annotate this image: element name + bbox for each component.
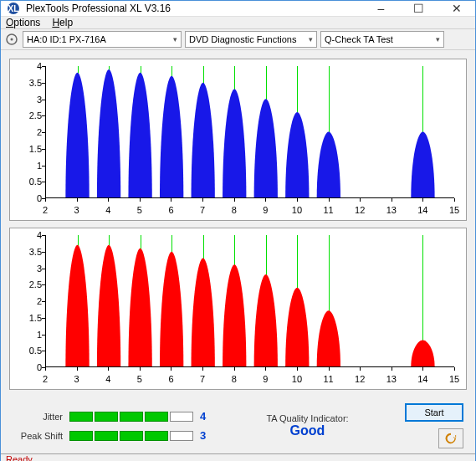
xtick-label: 15 [449,374,459,384]
titlebar[interactable]: XL PlexTools Professional XL V3.16 – ☐ ✕ [1,1,475,17]
peakshift-label: Peak Shift [13,431,63,441]
meter-bar [145,412,168,422]
ytick-label: 2.5 [17,110,42,120]
function-combo-text: DVD Diagnostic Functions [189,34,296,44]
xtick-label: 2 [43,374,48,384]
ytick-label: 3 [17,264,42,274]
meter-bar [170,412,193,422]
chart-bottom: 00.511.522.533.5423456789101112131415 [9,228,467,390]
action-buttons: Start [405,403,463,448]
jitter-row: Jitter 4 [13,410,210,423]
xtick-label: 13 [386,205,397,215]
minimize-button[interactable]: – [362,1,400,16]
ytick-label: 4 [17,230,42,240]
xtick-label: 4 [105,374,110,384]
peakshift-row: Peak Shift 3 [13,429,210,442]
meter-bar [170,431,193,441]
ytick-label: 1 [17,330,42,340]
device-combo-text: HA:0 ID:1 PX-716A [27,34,106,44]
ytick-label: 1 [17,161,42,171]
xtick-label: 11 [323,205,333,215]
ytick-label: 2 [17,127,42,137]
xtick-label: 8 [232,205,237,215]
ytick-label: 0.5 [17,346,42,356]
close-button[interactable]: ✕ [438,1,475,16]
xtick-label: 6 [168,205,173,215]
ytick-label: 1.5 [17,313,42,323]
meter-bar [69,431,93,441]
toolbar: HA:0 ID:1 PX-716A ▾ DVD Diagnostic Funct… [1,29,475,50]
xtick-label: 8 [232,374,237,384]
meter-bar [69,412,93,422]
jitter-bars [69,412,193,422]
xtick-label: 13 [386,374,397,384]
xtick-label: 5 [137,205,142,215]
xtick-label: 10 [292,205,302,215]
chart-top: 00.511.522.533.5423456789101112131415 [9,59,467,221]
ytick-label: 0 [17,362,42,372]
ytick-label: 4 [17,61,42,71]
start-button[interactable]: Start [405,403,463,422]
ytick-label: 1.5 [17,144,42,154]
jitter-value: 4 [200,410,210,423]
maximize-button[interactable]: ☐ [400,1,438,16]
xtick-label: 11 [323,374,333,384]
xtick-label: 6 [168,374,173,384]
meters: Jitter 4 Peak Shift 3 [13,410,210,442]
meter-bar [95,412,118,422]
bottom-panel: Jitter 4 Peak Shift 3 TA Quality Indicat… [9,397,467,450]
peakshift-value: 3 [200,429,210,442]
drive-icon [4,32,19,47]
ytick-label: 0.5 [17,177,42,187]
chevron-down-icon: ▾ [309,35,313,44]
statusbar: Ready [1,453,475,461]
xtick-label: 14 [417,205,427,215]
jitter-label: Jitter [13,412,63,422]
ytick-label: 3 [17,95,42,105]
xtick-label: 7 [200,374,205,384]
peak-shapes [46,66,454,197]
ytick-label: 0 [17,193,42,203]
meter-bar [120,412,143,422]
svg-point-3 [11,38,13,41]
ytick-label: 3.5 [17,78,42,88]
xtick-label: 2 [43,205,48,215]
quality-label: TA Quality Indicator: [217,413,398,423]
svg-text:XL: XL [8,4,19,13]
xtick-label: 12 [355,374,365,384]
app-window: XL PlexTools Professional XL V3.16 – ☐ ✕… [0,0,476,461]
test-combo-text: Q-Check TA Test [325,34,393,44]
ytick-label: 3.5 [17,247,42,257]
app-icon: XL [6,1,21,16]
menu-help[interactable]: Help [52,17,73,28]
refresh-button[interactable] [438,428,463,448]
window-controls: – ☐ ✕ [362,1,475,16]
meter-bar [120,431,143,441]
meter-bar [145,431,168,441]
status-text: Ready [6,454,33,461]
device-combo[interactable]: HA:0 ID:1 PX-716A ▾ [23,31,182,48]
xtick-label: 12 [355,205,365,215]
xtick-label: 4 [105,205,110,215]
chevron-down-icon: ▾ [173,35,177,44]
quality-value: Good [217,423,398,438]
peak-shapes [46,235,454,366]
xtick-label: 10 [292,374,302,384]
quality-indicator: TA Quality Indicator: Good [217,413,398,438]
xtick-label: 14 [417,374,427,384]
ytick-label: 2 [17,296,42,306]
refresh-icon [445,433,457,444]
xtick-label: 9 [263,205,268,215]
xtick-label: 15 [449,205,459,215]
xtick-label: 5 [137,374,142,384]
xtick-label: 3 [74,205,79,215]
menu-options[interactable]: Options [6,17,40,28]
peakshift-bars [69,431,193,441]
chevron-down-icon: ▾ [436,35,440,44]
function-combo[interactable]: DVD Diagnostic Functions ▾ [185,31,317,48]
meter-bar [95,431,118,441]
xtick-label: 3 [74,374,79,384]
test-combo[interactable]: Q-Check TA Test ▾ [320,31,444,48]
menubar: Options Help [1,17,475,29]
content-area: 00.511.522.533.5423456789101112131415 00… [1,50,475,453]
